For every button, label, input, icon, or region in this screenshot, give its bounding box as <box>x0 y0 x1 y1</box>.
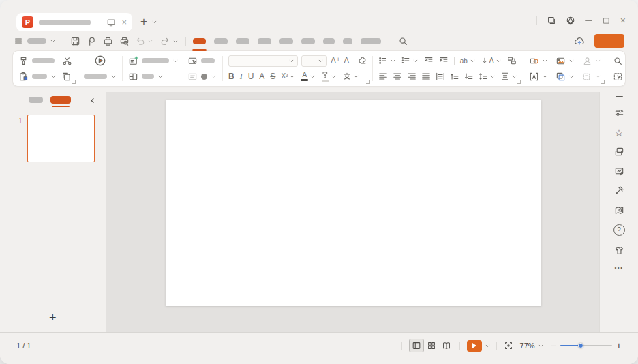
space-after-icon[interactable] <box>464 72 474 81</box>
justify-icon[interactable] <box>421 72 431 81</box>
resource-search-icon[interactable] <box>614 205 624 215</box>
font-color-button[interactable]: A <box>301 72 308 81</box>
outline-tab[interactable] <box>29 97 43 103</box>
paste-icon[interactable] <box>18 72 29 82</box>
copy-icon[interactable] <box>61 72 72 82</box>
text-direction-button[interactable]: ab <box>460 57 468 65</box>
duplicate-slides-icon[interactable] <box>614 147 624 157</box>
decrease-indent-icon[interactable] <box>424 56 434 65</box>
theme-color-swatch[interactable] <box>201 74 207 80</box>
minimize-button[interactable] <box>585 20 592 20</box>
tab-close-icon[interactable]: × <box>121 18 127 27</box>
placeholder-chevron-icon[interactable] <box>595 74 601 80</box>
fit-slide-icon[interactable] <box>504 341 513 350</box>
text-box-icon[interactable] <box>529 72 539 82</box>
italic-button[interactable]: I <box>240 72 243 80</box>
workspace-icon[interactable] <box>547 16 556 25</box>
redo-icon[interactable] <box>160 36 170 46</box>
line-spacing-icon[interactable] <box>478 72 488 81</box>
collapse-sidebar-handle[interactable] <box>616 96 623 97</box>
properties-sliders-icon[interactable] <box>614 108 624 118</box>
new-slide-chevron-icon[interactable] <box>172 58 179 64</box>
text-box-chevron-icon[interactable] <box>542 74 548 80</box>
vertical-align-chevron-icon[interactable] <box>511 74 517 80</box>
tools-icon[interactable] <box>614 185 624 196</box>
shapes-chevron-icon[interactable] <box>542 58 548 64</box>
zoom-out-button[interactable]: − <box>551 341 556 350</box>
find-icon[interactable] <box>613 56 623 66</box>
align-center-icon[interactable] <box>393 72 402 81</box>
bullet-list-icon[interactable] <box>378 56 388 65</box>
superscript-chevron-icon[interactable] <box>289 74 295 80</box>
theme-skin-icon[interactable] <box>614 245 624 256</box>
distribute-text-icon[interactable] <box>436 72 445 81</box>
undo-chevron-icon[interactable] <box>147 38 153 44</box>
superscript-button[interactable]: X² <box>281 73 288 80</box>
bold-button[interactable]: B <box>228 72 234 80</box>
menu-tab[interactable] <box>301 35 315 47</box>
print-preview-icon[interactable] <box>119 36 130 46</box>
zoom-in-button[interactable]: + <box>616 341 622 350</box>
character-border-button[interactable]: A <box>259 72 264 80</box>
dialog-launcher-icon[interactable] <box>366 80 370 84</box>
file-menu-placeholder[interactable] <box>27 38 46 44</box>
start-slideshow-button[interactable] <box>467 340 482 352</box>
collapse-panel-icon[interactable] <box>89 97 96 104</box>
format-painter-icon[interactable] <box>18 56 29 66</box>
align-right-icon[interactable] <box>407 72 416 81</box>
select-chevron-icon[interactable] <box>625 74 626 80</box>
slideshow-chevron-icon[interactable] <box>110 74 117 80</box>
menu-tab[interactable] <box>279 35 293 47</box>
vertical-text-button[interactable]: A <box>481 57 494 65</box>
slideshow-mode-chevron-icon[interactable] <box>485 343 491 349</box>
search-icon[interactable] <box>398 36 408 46</box>
slide-layout-icon[interactable] <box>128 72 138 82</box>
print-icon[interactable] <box>103 36 113 46</box>
star-icon[interactable]: ☆ <box>614 127 623 138</box>
new-slide-icon[interactable] <box>128 56 138 66</box>
slide-thumbnail-item[interactable]: 1 <box>27 115 106 162</box>
share-button[interactable] <box>594 34 624 48</box>
slide-thumbnail[interactable] <box>27 115 95 162</box>
select-icon[interactable] <box>613 72 623 82</box>
tab-list-chevron-icon[interactable] <box>151 19 157 25</box>
increase-font-button[interactable]: A⁺ <box>331 57 340 65</box>
monitor-icon[interactable] <box>106 18 116 27</box>
font-name-select[interactable] <box>228 55 298 67</box>
slide-sorter-button[interactable] <box>424 339 439 352</box>
decrease-font-button[interactable]: A⁻ <box>344 57 353 65</box>
zoom-slider[interactable] <box>560 345 612 346</box>
layout-chevron-icon[interactable] <box>157 74 164 80</box>
menu-tab[interactable] <box>214 35 228 47</box>
slide-editing-surface[interactable] <box>166 100 541 306</box>
menu-tab[interactable] <box>236 35 249 47</box>
bullet-list-chevron-icon[interactable] <box>390 58 396 64</box>
menu-tab[interactable] <box>258 35 271 47</box>
save-icon[interactable] <box>70 36 80 46</box>
add-slide-button[interactable]: + <box>49 311 57 325</box>
reading-view-button[interactable] <box>439 339 454 352</box>
convert-to-diagram-icon[interactable] <box>507 56 517 65</box>
cut-icon[interactable] <box>62 56 72 66</box>
document-tab[interactable]: P × <box>16 13 132 31</box>
arrange-chevron-icon[interactable] <box>568 74 575 80</box>
slide-from-template-icon[interactable] <box>187 56 198 66</box>
highlight-chevron-icon[interactable] <box>331 74 337 80</box>
slides-tab[interactable] <box>50 96 71 104</box>
cloud-upload-icon[interactable] <box>574 35 585 46</box>
numbered-list-chevron-icon[interactable] <box>412 58 419 64</box>
file-menu-chevron-icon[interactable] <box>50 38 56 44</box>
more-options-icon[interactable]: ••• <box>615 264 624 271</box>
play-slideshow-icon[interactable] <box>94 55 106 67</box>
reset-slide-icon[interactable] <box>187 72 198 82</box>
new-tab-button[interactable]: + <box>140 15 147 29</box>
menu-tab[interactable] <box>343 35 352 47</box>
line-spacing-chevron-icon[interactable] <box>489 74 496 80</box>
redo-chevron-icon[interactable] <box>172 38 179 44</box>
avatar-insert-chevron-icon[interactable] <box>595 58 601 64</box>
space-before-icon[interactable] <box>450 72 459 81</box>
paste-chevron-icon[interactable] <box>50 74 57 80</box>
clear-format-icon[interactable] <box>357 56 367 65</box>
text-direction-chevron-icon[interactable] <box>470 58 476 64</box>
normal-view-button[interactable] <box>409 339 424 352</box>
